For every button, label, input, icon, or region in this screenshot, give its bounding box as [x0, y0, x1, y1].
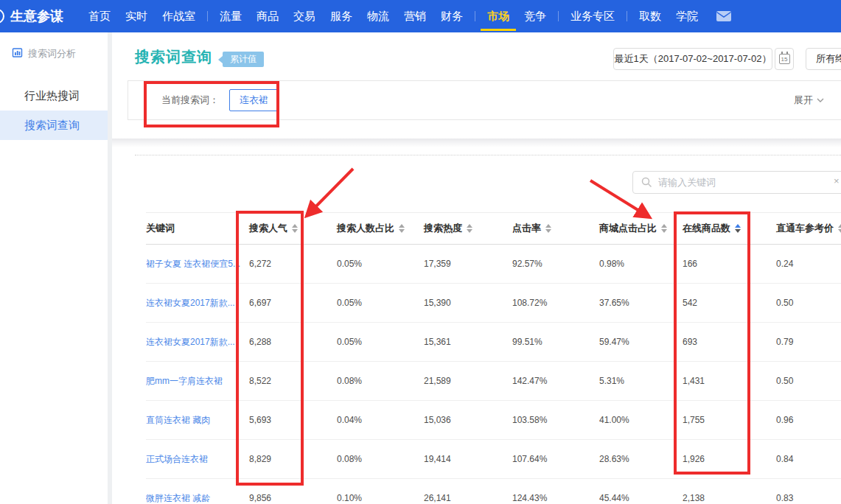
- keyword-link[interactable]: 连衣裙女夏2017新款...: [146, 297, 249, 309]
- clear-icon[interactable]: ×: [834, 175, 840, 186]
- nav-item-realtime[interactable]: 实时: [125, 0, 147, 32]
- brand-name: 生意参谋: [10, 7, 63, 25]
- keyword-link[interactable]: 连衣裙女夏2017新款...: [146, 336, 249, 349]
- cell-online-products: 542: [683, 298, 776, 308]
- nav-item-war-room[interactable]: 作战室: [162, 0, 195, 32]
- calendar-icon: 15: [779, 54, 790, 64]
- report-icon: [12, 47, 23, 60]
- cell-mall-click-ratio: 0.98%: [599, 259, 683, 269]
- cell-search-popularity: 8,829: [249, 454, 337, 464]
- current-term-chip[interactable]: 连衣裙: [229, 89, 279, 111]
- table-header-row: 关键词 搜索人气 搜索人数占比 搜索热度 点击率 商城点击占比 在线商品数 直通…: [146, 212, 841, 245]
- nav-item-data-extraction[interactable]: 取数: [639, 0, 661, 32]
- cell-searcher-ratio: 0.05%: [337, 298, 424, 308]
- cell-online-products: 166: [683, 259, 776, 269]
- cell-online-products: 693: [683, 337, 776, 347]
- page-title: 搜索词查询: [135, 47, 212, 67]
- cell-search-popularity: 6,272: [249, 259, 337, 269]
- cell-ppc-ref-price: 0.84: [776, 454, 841, 464]
- cell-mall-click-ratio: 37.65%: [599, 298, 683, 308]
- date-range-picker[interactable]: 最近1天（2017-07-02~2017-07-02）: [613, 48, 772, 70]
- table-row: 微胖连衣裙 减龄9,8560.10%26,141124.43%45.44%2,1…: [146, 479, 841, 504]
- keyword-search-input[interactable]: [658, 177, 820, 188]
- calendar-button[interactable]: 15: [775, 48, 794, 70]
- sidebar-menu: 行业热搜词 搜索词查询: [0, 81, 108, 140]
- sort-icon[interactable]: [467, 224, 472, 233]
- cell-search-heat: 17,359: [424, 259, 512, 269]
- nav-item-transactions[interactable]: 交易: [293, 0, 315, 32]
- cell-online-products: 1,926: [683, 454, 776, 464]
- cell-mall-click-ratio: 5.31%: [599, 376, 683, 386]
- sort-icon[interactable]: [661, 224, 667, 233]
- cell-ppc-ref-price: 0.50: [776, 376, 841, 386]
- nav-item-competition[interactable]: 竞争: [524, 0, 546, 32]
- cell-searcher-ratio: 0.08%: [337, 376, 424, 386]
- search-term-table: 关键词 搜索人气 搜索人数占比 搜索热度 点击率 商城点击占比 在线商品数 直通…: [146, 212, 841, 504]
- expand-toggle[interactable]: 展开: [794, 94, 824, 107]
- keyword-link[interactable]: 正式场合连衣裙: [146, 453, 249, 466]
- sort-icon[interactable]: [292, 224, 298, 233]
- sort-icon[interactable]: [399, 224, 405, 233]
- sidebar-item-search-term-query[interactable]: 搜索词查询: [0, 111, 108, 140]
- nav-item-home[interactable]: 首页: [88, 0, 111, 32]
- top-nav: 生意参谋 首页 实时 作战室 流量 商品 交易 服务 物流 营销 财务 市场 竞…: [0, 0, 841, 32]
- cell-ppc-ref-price: 0.79: [776, 337, 841, 347]
- nav-item-business-zone[interactable]: 业务专区: [570, 0, 615, 32]
- col-header-searcher-ratio[interactable]: 搜索人数占比: [337, 222, 424, 235]
- cell-click-rate: 108.72%: [512, 298, 599, 308]
- keyword-link[interactable]: 肥mm一字肩连衣裙: [146, 375, 249, 388]
- cell-click-rate: 107.64%: [512, 454, 599, 464]
- current-term-label: 当前搜索词：: [161, 94, 219, 107]
- col-header-search-popularity[interactable]: 搜索人气: [249, 222, 337, 235]
- table-row: 连衣裙女夏2017新款...6,2880.05%15,36199.51%59.4…: [146, 323, 841, 362]
- nav-item-finance[interactable]: 财务: [441, 0, 463, 32]
- keyword-link[interactable]: 裙子女夏 连衣裙便宜5...: [146, 258, 249, 270]
- chevron-down-icon: [817, 98, 824, 102]
- keyword-link[interactable]: 微胖连衣裙 减龄: [146, 492, 249, 504]
- nav-item-marketing[interactable]: 营销: [404, 0, 426, 32]
- nav-item-services[interactable]: 服务: [330, 0, 352, 32]
- cell-ppc-ref-price: 0.83: [776, 493, 841, 503]
- nav-items: 首页 实时 作战室 流量 商品 交易 服务 物流 营销 财务 市场 竞争 业务专…: [81, 0, 705, 32]
- cell-mall-click-ratio: 41.00%: [599, 415, 683, 425]
- sidebar-section-label: 搜索词分析: [28, 47, 76, 60]
- nav-divider: [475, 11, 475, 21]
- table-row: 直筒连衣裙 藏肉5,6930.04%15,036103.58%41.00%1,7…: [146, 401, 841, 440]
- cell-search-popularity: 6,697: [249, 298, 337, 308]
- nav-divider: [207, 11, 208, 21]
- nav-divider: [558, 11, 559, 21]
- nav-item-market[interactable]: 市场: [487, 0, 509, 32]
- sort-icon[interactable]: [838, 224, 841, 233]
- mail-icon[interactable]: [716, 10, 732, 22]
- sort-icon[interactable]: [545, 224, 551, 233]
- cell-mall-click-ratio: 59.47%: [599, 337, 683, 347]
- sidebar-item-industry-hot-words[interactable]: 行业热搜词: [0, 81, 108, 111]
- search-icon: [641, 177, 652, 188]
- sort-icon[interactable]: [735, 224, 741, 233]
- col-header-ppc-ref-price[interactable]: 直通车参考价: [776, 222, 841, 235]
- dotted-separator: [135, 155, 841, 155]
- cell-searcher-ratio: 0.05%: [337, 337, 424, 347]
- cell-click-rate: 103.58%: [512, 415, 599, 425]
- cell-click-rate: 92.57%: [512, 259, 599, 269]
- brand[interactable]: 生意参谋: [0, 7, 63, 25]
- nav-item-logistics[interactable]: 物流: [367, 0, 389, 32]
- keyword-link[interactable]: 直筒连衣裙 藏肉: [146, 414, 249, 427]
- col-header-online-products[interactable]: 在线商品数: [683, 222, 776, 235]
- cell-searcher-ratio: 0.04%: [337, 415, 424, 425]
- cell-searcher-ratio: 0.05%: [337, 259, 424, 269]
- nav-item-products[interactable]: 商品: [257, 0, 279, 32]
- col-header-click-rate[interactable]: 点击率: [512, 222, 599, 235]
- nav-item-academy[interactable]: 学院: [676, 0, 698, 32]
- cell-click-rate: 99.51%: [512, 337, 599, 347]
- col-header-search-heat[interactable]: 搜索热度: [424, 222, 512, 235]
- cell-ppc-ref-price: 0.96: [776, 415, 841, 425]
- col-header-mall-click-ratio[interactable]: 商城点击占比: [599, 222, 683, 235]
- main-content: 搜索词查询 累计值 最近1天（2017-07-02~2017-07-02） 15…: [112, 32, 841, 504]
- terminal-filter-dropdown[interactable]: 所有终端: [806, 48, 841, 70]
- screen: 生意参谋 首页 实时 作战室 流量 商品 交易 服务 物流 营销 财务 市场 竞…: [0, 0, 841, 504]
- sidebar: 搜索词分析 行业热搜词 搜索词查询: [0, 32, 108, 504]
- nav-item-traffic[interactable]: 流量: [220, 0, 242, 32]
- cell-online-products: 1,755: [683, 415, 776, 425]
- cell-search-heat: 15,390: [424, 298, 512, 308]
